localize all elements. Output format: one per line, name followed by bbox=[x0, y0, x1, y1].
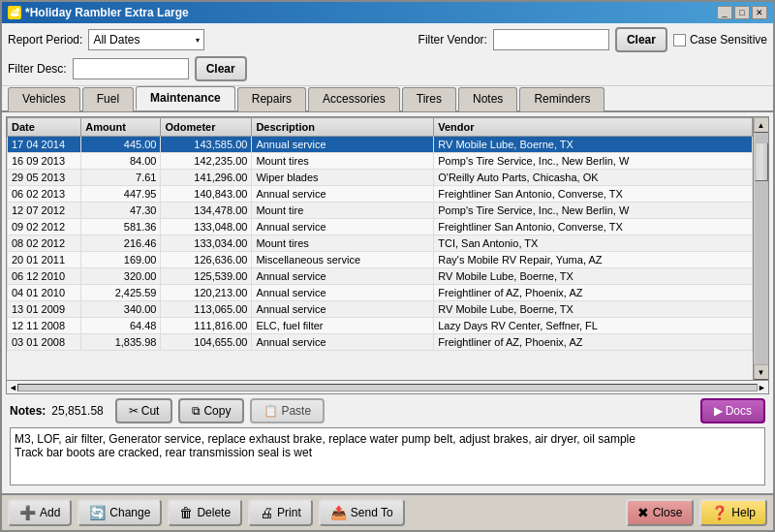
cell-date: 06 02 2013 bbox=[8, 186, 81, 203]
paste-icon: 📋 bbox=[264, 404, 278, 418]
close-button[interactable]: ✕ bbox=[752, 6, 767, 19]
send-to-button[interactable]: 📤 Send To bbox=[319, 499, 405, 526]
cell-odometer: 141,296.00 bbox=[161, 170, 252, 186]
add-button[interactable]: ➕ Add bbox=[8, 499, 72, 526]
paste-button[interactable]: 📋 Paste bbox=[250, 398, 325, 423]
table-row[interactable]: 03 01 2008 1,835.98 104,655.00 Annual se… bbox=[8, 334, 753, 351]
filter-vendor-input[interactable] bbox=[493, 29, 609, 50]
clear-desc-button[interactable]: Clear bbox=[195, 56, 247, 81]
cell-odometer: 142,235.00 bbox=[161, 153, 252, 170]
title-bar: 🏕 *Holiday Rambler Extra Large _ □ ✕ bbox=[2, 2, 773, 23]
close-button[interactable]: ✖ Close bbox=[626, 499, 695, 526]
table-row[interactable]: 09 02 2012 581.36 133,048.00 Annual serv… bbox=[8, 219, 753, 235]
cut-icon: ✂ bbox=[129, 404, 139, 418]
footer: ➕ Add 🔄 Change 🗑 Delete 🖨 Print 📤 Send T… bbox=[2, 493, 773, 530]
cell-description: Wiper blades bbox=[252, 170, 434, 186]
table-row[interactable]: 13 01 2009 340.00 113,065.00 Annual serv… bbox=[8, 301, 753, 318]
scroll-track[interactable] bbox=[755, 133, 768, 364]
cell-amount: 47.30 bbox=[81, 203, 161, 219]
tab-vehicles[interactable]: Vehicles bbox=[8, 87, 80, 111]
tab-accessories[interactable]: Accessories bbox=[308, 87, 400, 111]
help-icon: ❓ bbox=[711, 505, 728, 520]
table-row[interactable]: 04 01 2010 2,425.59 120,213.00 Annual se… bbox=[8, 285, 753, 301]
maintenance-table: Date Amount Odometer Description Vendor … bbox=[7, 117, 753, 351]
tab-reminders[interactable]: Reminders bbox=[519, 87, 604, 111]
cell-date: 12 11 2008 bbox=[8, 318, 81, 334]
tab-maintenance[interactable]: Maintenance bbox=[136, 86, 235, 110]
maximize-button[interactable]: □ bbox=[734, 6, 750, 19]
cell-amount: 169.00 bbox=[81, 252, 161, 268]
table-scroll[interactable]: Date Amount Odometer Description Vendor … bbox=[7, 117, 753, 380]
delete-icon: 🗑 bbox=[179, 505, 193, 520]
scroll-down-button[interactable]: ▼ bbox=[754, 364, 769, 380]
table-row[interactable]: 20 01 2011 169.00 126,636.00 Miscellaneo… bbox=[8, 252, 753, 268]
cell-description: Annual service bbox=[252, 186, 434, 203]
docs-icon: ▶ bbox=[714, 404, 723, 418]
scroll-thumb[interactable] bbox=[755, 142, 768, 181]
minimize-button[interactable]: _ bbox=[717, 6, 732, 19]
cell-vendor: RV Mobile Lube, Boerne, TX bbox=[434, 268, 753, 285]
dropdown-arrow-icon: ▾ bbox=[196, 36, 200, 45]
cell-amount: 581.36 bbox=[81, 219, 161, 235]
cell-odometer: 111,816.00 bbox=[161, 318, 252, 334]
horizontal-scrollbar[interactable]: ◄ ► bbox=[7, 380, 768, 393]
cell-amount: 84.00 bbox=[81, 153, 161, 170]
cell-description: Annual service bbox=[252, 301, 434, 318]
h-scroll-left[interactable]: ◄ bbox=[9, 383, 17, 392]
cell-description: Annual service bbox=[252, 285, 434, 301]
print-button[interactable]: 🖨 Print bbox=[248, 499, 313, 526]
cell-amount: 7.61 bbox=[81, 170, 161, 186]
cell-date: 03 01 2008 bbox=[8, 334, 81, 351]
clear-vendor-button[interactable]: Clear bbox=[615, 27, 667, 52]
help-button[interactable]: ❓ Help bbox=[699, 499, 767, 526]
tab-notes[interactable]: Notes bbox=[458, 87, 517, 111]
notes-content: M3, LOF, air filter, Generator service, … bbox=[15, 432, 760, 459]
table-row[interactable]: 12 11 2008 64.48 111,816.00 ELC, fuel fi… bbox=[8, 318, 753, 334]
toolbar-row-1: Report Period: All Dates ▾ Filter Vendor… bbox=[8, 27, 767, 52]
cell-vendor: RV Mobile Lube, Boerne, TX bbox=[434, 137, 753, 153]
table-row[interactable]: 17 04 2014 445.00 143,585.00 Annual serv… bbox=[8, 137, 753, 153]
cell-vendor: Pomp's Tire Service, Inc., New Berlin, W bbox=[434, 153, 753, 170]
vertical-scrollbar[interactable]: ▲ ▼ bbox=[753, 117, 768, 380]
h-scroll-right[interactable]: ► bbox=[758, 383, 766, 392]
scroll-up-button[interactable]: ▲ bbox=[754, 117, 769, 133]
filter-vendor-label: Filter Vendor: bbox=[418, 33, 487, 47]
cell-amount: 340.00 bbox=[81, 301, 161, 318]
table-row[interactable]: 12 07 2012 47.30 134,478.00 Mount tire P… bbox=[8, 203, 753, 219]
report-period-dropdown[interactable]: All Dates ▾ bbox=[88, 29, 204, 50]
change-button[interactable]: 🔄 Change bbox=[78, 499, 162, 526]
cell-date: 08 02 2012 bbox=[8, 235, 81, 252]
cell-odometer: 134,478.00 bbox=[161, 203, 252, 219]
table-row[interactable]: 06 12 2010 320.00 125,539.00 Annual serv… bbox=[8, 268, 753, 285]
cell-vendor: Pomp's Tire Service, Inc., New Berlin, W bbox=[434, 203, 753, 219]
change-icon: 🔄 bbox=[89, 505, 106, 520]
cell-odometer: 113,065.00 bbox=[161, 301, 252, 318]
cell-vendor: Freightliner San Antonio, Converse, TX bbox=[434, 219, 753, 235]
cell-amount: 1,835.98 bbox=[81, 334, 161, 351]
cell-odometer: 133,034.00 bbox=[161, 235, 252, 252]
copy-button[interactable]: ⧉ Copy bbox=[178, 398, 244, 423]
tab-tires[interactable]: Tires bbox=[402, 87, 456, 111]
filter-desc-input[interactable] bbox=[73, 58, 189, 79]
col-header-vendor: Vendor bbox=[434, 118, 753, 137]
case-sensitive-checkbox[interactable] bbox=[673, 34, 686, 47]
cell-description: Annual service bbox=[252, 137, 434, 153]
cell-amount: 216.46 bbox=[81, 235, 161, 252]
cell-vendor: Freightliner of AZ, Phoenix, AZ bbox=[434, 334, 753, 351]
cut-button[interactable]: ✂ Cut bbox=[115, 398, 173, 423]
table-row[interactable]: 29 05 2013 7.61 141,296.00 Wiper blades … bbox=[8, 170, 753, 186]
docs-button[interactable]: ▶ Docs bbox=[700, 398, 765, 423]
cell-description: Mount tires bbox=[252, 153, 434, 170]
table-row[interactable]: 16 09 2013 84.00 142,235.00 Mount tires … bbox=[8, 153, 753, 170]
cell-date: 29 05 2013 bbox=[8, 170, 81, 186]
h-scroll-track[interactable] bbox=[17, 384, 758, 391]
tab-repairs[interactable]: Repairs bbox=[237, 87, 306, 111]
notes-area: M3, LOF, air filter, Generator service, … bbox=[10, 427, 765, 485]
delete-button[interactable]: 🗑 Delete bbox=[168, 499, 242, 526]
cell-vendor: Lazy Days RV Center, Seffner, FL bbox=[434, 318, 753, 334]
case-sensitive-container: Case Sensitive bbox=[673, 33, 767, 47]
table-row[interactable]: 06 02 2013 447.95 140,843.00 Annual serv… bbox=[8, 186, 753, 203]
add-icon: ➕ bbox=[19, 505, 36, 520]
tab-fuel[interactable]: Fuel bbox=[82, 87, 134, 111]
table-row[interactable]: 08 02 2012 216.46 133,034.00 Mount tires… bbox=[8, 235, 753, 252]
